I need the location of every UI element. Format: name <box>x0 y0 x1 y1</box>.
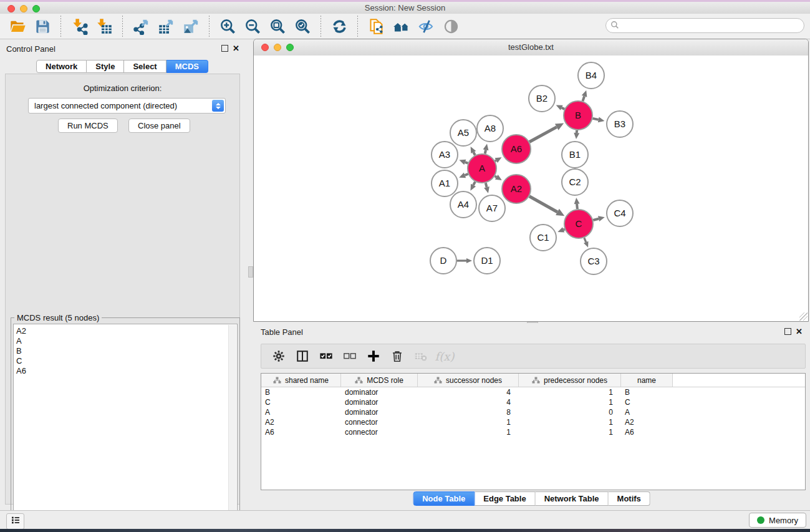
table-row[interactable]: A6connector11A6 <box>261 427 805 437</box>
show-eye-button[interactable] <box>438 16 463 37</box>
graph-node-C3[interactable]: C3 <box>581 248 607 274</box>
graph-node-A7[interactable]: A7 <box>479 195 505 221</box>
tab-select[interactable]: Select <box>124 60 166 73</box>
graph-node-B4[interactable]: B4 <box>578 62 604 89</box>
graph-edge-B-B2[interactable] <box>562 108 565 109</box>
graph-node-B[interactable]: B <box>564 101 592 130</box>
tab-motifs[interactable]: Motifs <box>609 491 650 506</box>
graph-edge-A-A2[interactable] <box>495 176 497 177</box>
clone-network-button[interactable] <box>364 16 388 37</box>
select-all-button[interactable] <box>316 346 336 366</box>
column-header-shared-name[interactable]: shared name <box>261 374 341 387</box>
tab-style[interactable]: Style <box>87 60 124 73</box>
refresh-button[interactable] <box>327 16 352 37</box>
task-history-button[interactable] <box>6 513 24 530</box>
zoom-out-button[interactable] <box>240 16 265 37</box>
import-network-button[interactable] <box>67 16 92 37</box>
network-window-titlebar[interactable]: testGlobe.txt <box>254 39 808 56</box>
graph-node-D1[interactable]: D1 <box>474 248 500 274</box>
graph-edge-A2-C[interactable] <box>529 196 557 212</box>
graph-node-A5[interactable]: A5 <box>450 120 476 146</box>
graph-node-A8[interactable]: A8 <box>477 115 503 142</box>
gear-button[interactable] <box>269 346 289 366</box>
graph-edge-C-C3[interactable] <box>584 238 586 242</box>
column-header-name[interactable]: name <box>621 374 673 387</box>
table-row[interactable]: Bdominator41B <box>261 387 805 397</box>
result-item[interactable]: B <box>16 346 237 356</box>
graph-node-B1[interactable]: B1 <box>562 142 588 168</box>
zoom-fit-button[interactable] <box>265 16 290 37</box>
graph-node-A4[interactable]: A4 <box>450 191 476 218</box>
graph-node-B3[interactable]: B3 <box>607 111 633 137</box>
delete-column-button[interactable] <box>411 346 431 366</box>
split-column-button[interactable] <box>292 346 312 366</box>
search-input[interactable] <box>605 18 804 33</box>
tab-network-table[interactable]: Network Table <box>536 491 609 506</box>
result-item[interactable]: A <box>16 336 237 346</box>
mcds-result-list[interactable]: A2ABCA6 <box>13 324 238 532</box>
column-header-successor-nodes[interactable]: successor nodes <box>418 374 519 387</box>
graph-edge-C-C4[interactable] <box>593 219 599 220</box>
close-table-panel-icon[interactable]: ✕ <box>796 329 803 334</box>
memory-button[interactable]: Memory <box>749 513 806 528</box>
tab-network[interactable]: Network <box>36 60 87 73</box>
result-item[interactable]: A6 <box>16 366 237 376</box>
run-mcds-button[interactable]: Run MCDS <box>58 118 118 133</box>
open-folder-button[interactable] <box>5 16 30 37</box>
export-network-button[interactable] <box>128 16 153 37</box>
delete-button[interactable] <box>387 346 407 366</box>
float-table-panel-icon[interactable] <box>784 328 791 335</box>
column-header-predecessor-nodes[interactable]: predecessor nodes <box>519 374 621 387</box>
graph-edge-A-A4[interactable] <box>473 181 475 185</box>
hide-eye-button[interactable] <box>413 16 438 37</box>
graph-node-C[interactable]: C <box>564 210 593 238</box>
graph-edge-A6-B[interactable] <box>529 127 557 142</box>
graph-edge-A-A7[interactable] <box>486 183 487 187</box>
result-scrollbar[interactable] <box>228 325 236 531</box>
deselect-all-button[interactable] <box>340 346 360 366</box>
graph-edge-A-A5[interactable] <box>473 152 475 155</box>
export-table-button[interactable] <box>153 16 178 37</box>
resize-grip-icon[interactable] <box>799 312 808 321</box>
tab-mcds[interactable]: MCDS <box>166 60 208 73</box>
table-row[interactable]: Cdominator41C <box>261 397 805 407</box>
graph-node-A6[interactable]: A6 <box>502 135 531 163</box>
graph-node-A2[interactable]: A2 <box>502 175 531 203</box>
graph-edge-C-C1[interactable] <box>564 230 565 230</box>
graph-node-C1[interactable]: C1 <box>530 225 556 251</box>
close-panel-icon[interactable]: ✕ <box>233 46 239 51</box>
graph-edge-A-A6[interactable] <box>495 160 496 161</box>
graph-node-A1[interactable]: A1 <box>432 170 458 196</box>
graph-node-D[interactable]: D <box>430 248 456 274</box>
graph-edge-B-B4[interactable] <box>582 96 584 101</box>
function-builder-button[interactable]: f(x) <box>435 346 455 366</box>
optimization-criterion-select[interactable]: largest connected component (directed) <box>28 98 226 114</box>
tab-edge-table[interactable]: Edge Table <box>475 491 535 506</box>
export-image-button[interactable] <box>178 16 203 37</box>
node-table[interactable]: shared nameMCDS rolesuccessor nodesprede… <box>261 373 806 490</box>
graph-edge-A-A3[interactable] <box>465 162 468 163</box>
column-header-MCDS-role[interactable]: MCDS role <box>341 374 418 387</box>
import-table-button[interactable] <box>92 16 117 37</box>
graph-node-B2[interactable]: B2 <box>529 85 555 112</box>
save-button[interactable] <box>30 16 55 37</box>
graph-node-A[interactable]: A <box>468 154 496 183</box>
graph-node-C2[interactable]: C2 <box>562 169 588 195</box>
close-panel-button[interactable]: Close panel <box>128 118 190 133</box>
tab-node-table[interactable]: Node Table <box>413 491 475 506</box>
result-item[interactable]: C <box>16 356 237 366</box>
zoom-selected-button[interactable] <box>290 16 315 37</box>
graph-node-A3[interactable]: A3 <box>432 142 458 168</box>
table-row[interactable]: A2connector11A2 <box>261 417 805 427</box>
network-canvas[interactable]: B4B2BB3A5A8A6A3B1AA1C2A2A4A7C4CC1C3DD1 <box>254 56 808 321</box>
graph-edge-A-A8[interactable] <box>485 150 486 153</box>
zoom-in-button[interactable] <box>215 16 240 37</box>
graph-edge-B-B3[interactable] <box>592 118 598 120</box>
result-item[interactable]: A2 <box>16 326 237 336</box>
add-column-button[interactable] <box>364 346 383 366</box>
vertical-split-handle[interactable] <box>248 266 253 278</box>
graph-edge-A-A1[interactable] <box>465 174 468 175</box>
graph-node-C4[interactable]: C4 <box>607 200 633 226</box>
float-panel-icon[interactable] <box>221 45 228 52</box>
graph-edge-C-C2[interactable] <box>577 204 577 209</box>
